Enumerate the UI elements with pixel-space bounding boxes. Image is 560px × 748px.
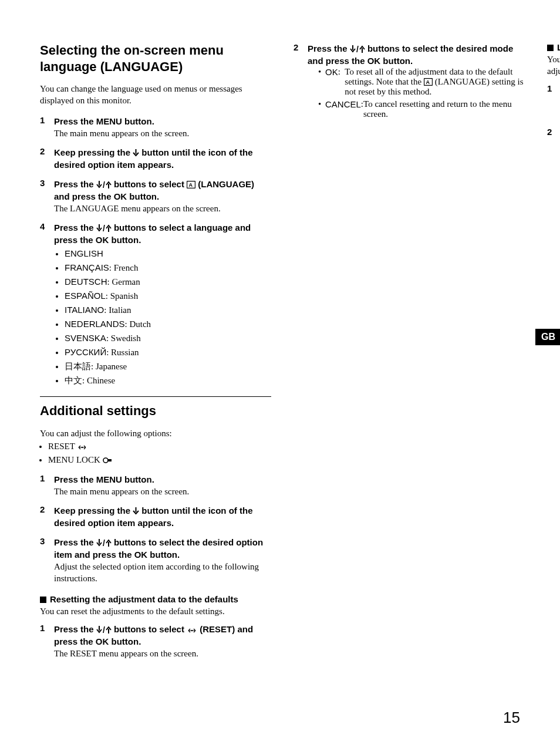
steps-additional: 1 Press the MENU button. The main menu a…: [40, 473, 271, 585]
step-1-title: Press the MENU button.: [54, 115, 271, 127]
steps-language: 1 Press the MENU button. The main menu a…: [40, 115, 271, 388]
intro-language: You can change the language used on menu…: [40, 83, 271, 107]
svg-point-5: [103, 458, 108, 463]
svg-rect-6: [107, 459, 112, 461]
step-2: 2 Keep pressing the button until the ico…: [40, 146, 271, 171]
reset-icon: [77, 444, 87, 450]
lang-item: SVENSKA: Swedish: [65, 332, 271, 345]
lang-item: ESPAÑOL: Spanish: [65, 289, 271, 302]
additional-options: RESET MENU LOCK: [40, 440, 271, 466]
svg-text:/: /: [103, 626, 105, 634]
intro-lock: You can lock the control of buttons to p…: [547, 53, 560, 78]
down-up-arrow-icon: /: [96, 224, 112, 232]
rstep-1: 1 Press the / buttons to select (RESET) …: [40, 623, 271, 659]
svg-text:/: /: [103, 539, 105, 547]
reset-opt-cancel: • CANCEL: To cancel resetting and return…: [318, 99, 525, 119]
down-up-arrow-icon: /: [96, 539, 112, 547]
subhead-lock: Locking the menus and controls: [547, 42, 560, 52]
reset-options: • OK: To reset all of the adjustment dat…: [318, 67, 525, 119]
step-4: 4 Press the / buttons to select a langua…: [40, 221, 271, 387]
step-2-title: Keep pressing the button until the icon …: [54, 146, 271, 171]
opt-menulock: MENU LOCK: [48, 454, 271, 466]
page-number: 15: [503, 709, 520, 727]
language-icon: A: [424, 78, 433, 86]
language-icon: A: [187, 181, 195, 188]
svg-text:/: /: [103, 224, 105, 232]
language-tab: GB: [535, 329, 560, 345]
intro-additional: You can adjust the following options:: [40, 427, 271, 439]
astep-1: 1 Press the MENU button. The main menu a…: [40, 473, 271, 497]
language-list: ENGLISH FRANÇAIS: French DEUTSCH: German…: [54, 247, 271, 387]
down-arrow-icon: [133, 507, 139, 515]
lstep-2: 2 Press the / buttons to select ON or OF…: [547, 127, 560, 214]
step-3: 3 Press the / buttons to select A (LANGU…: [40, 178, 271, 214]
menulock-icon: [103, 457, 113, 464]
lang-item: FRANÇAIS: French: [65, 261, 271, 274]
lang-item: NEDERLANDS: Dutch: [65, 318, 271, 331]
reset-icon: [187, 628, 197, 634]
opt-reset: RESET: [48, 440, 271, 453]
square-bullet-icon: [547, 45, 554, 51]
square-bullet-icon: [40, 597, 46, 603]
intro-reset: You can reset the adjustments to the def…: [40, 605, 271, 617]
svg-text:/: /: [103, 181, 105, 188]
rstep-2: 2 Press the / buttons to select the desi…: [294, 42, 525, 119]
lang-item: ITALIANO: Italian: [65, 304, 271, 316]
down-up-arrow-icon: /: [96, 626, 112, 634]
svg-point-9: [191, 630, 193, 631]
down-up-arrow-icon: /: [350, 45, 365, 53]
step-3-body: The LANGUAGE menu appears on the screen.: [54, 203, 271, 214]
step-1-body: The main menu appears on the screen.: [54, 127, 271, 139]
heading-language: Selecting the on-screen menu language (L…: [40, 42, 271, 75]
subhead-reset: Resetting the adjustment data to the def…: [40, 594, 271, 604]
step-4-title: Press the / buttons to select a language…: [54, 221, 271, 246]
svg-text:A: A: [426, 79, 430, 85]
svg-text:A: A: [189, 182, 193, 188]
steps-lock: 1 Press the / buttons to select (MENU LO…: [547, 83, 560, 214]
section-divider: [40, 396, 271, 397]
lang-item: ENGLISH: [65, 247, 271, 260]
astep-3: 3 Press the / buttons to select the desi…: [40, 536, 271, 585]
reset-opt-ok: • OK: To reset all of the adjustment dat…: [318, 67, 525, 97]
heading-additional: Additional settings: [40, 403, 271, 419]
lstep-1: 1 Press the / buttons to select (MENU LO…: [547, 83, 560, 120]
down-up-arrow-icon: /: [96, 181, 112, 188]
lang-item: РУССКИЙ: Russian: [65, 346, 271, 359]
svg-text:/: /: [356, 45, 359, 53]
step-1: 1 Press the MENU button. The main menu a…: [40, 115, 271, 139]
lang-item: DEUTSCH: German: [65, 275, 271, 288]
lang-item: 中文: Chinese: [65, 374, 271, 387]
lang-item: 日本語: Japanese: [65, 360, 271, 373]
step-3-title: Press the / buttons to select A (LANGUAG…: [54, 178, 271, 203]
astep-2: 2 Keep pressing the button until the ico…: [40, 504, 271, 529]
svg-point-4: [82, 447, 83, 448]
down-arrow-icon: [133, 149, 139, 157]
